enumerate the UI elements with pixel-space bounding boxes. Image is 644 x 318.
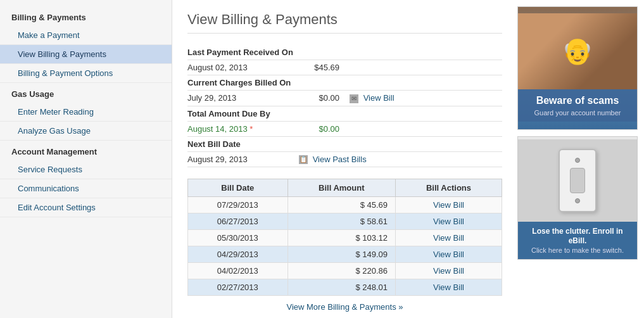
table-row: 02/27/2013 $ 248.01 View Bill: [188, 279, 502, 296]
bill-action-1[interactable]: View Bill: [396, 197, 502, 213]
last-payment-amount: $45.69: [289, 63, 339, 72]
billing-row-total-due-value: August 14, 2013 * $0.00: [187, 122, 502, 137]
billing-info-section: Last Payment Received On August 02, 2013…: [187, 45, 502, 167]
last-payment-date: August 02, 2013: [187, 63, 289, 72]
switch-image: [518, 139, 637, 222]
current-charges-date: July 29, 2013: [187, 93, 289, 103]
ebill-promo-box[interactable]: Lose the clutter. Enroll in eBill. Click…: [517, 136, 638, 260]
table-header-date: Bill Date: [188, 179, 288, 197]
billing-row-next-bill-value: August 29, 2013 📋 View Past Bills: [187, 152, 502, 168]
view-more-anchor[interactable]: View More Billing & Payments »: [286, 302, 403, 312]
sidebar-item-service-requests[interactable]: Service Requests: [0, 160, 172, 179]
bill-amount-2: $ 58.61: [287, 213, 395, 230]
sidebar-section-account: Account Management: [0, 141, 172, 160]
table-row: 04/29/2013 $ 149.09 View Bill: [188, 246, 502, 263]
total-due-date: August 14, 2013 *: [187, 124, 289, 134]
billing-row-current-charges-label: Current Charges Billed On: [187, 75, 502, 91]
bill-action-4[interactable]: View Bill: [396, 246, 502, 263]
billing-row-last-payment: Last Payment Received On: [187, 45, 502, 60]
bill-date-5: 04/02/2013: [188, 263, 288, 279]
sidebar-section-gas: Gas Usage: [0, 83, 172, 103]
view-bill-link-2[interactable]: View Bill: [433, 217, 464, 226]
table-header-actions: Bill Actions: [396, 179, 502, 197]
table-row: 07/29/2013 $ 45.69 View Bill: [188, 197, 502, 213]
billing-row-total-due-label: Total Amount Due By: [187, 106, 502, 122]
page-wrapper: Billing & Payments Make a Payment View B…: [0, 0, 644, 318]
scam-promo-main-text: Beware of scams: [524, 94, 631, 106]
sidebar-item-meter-reading[interactable]: Enter Meter Reading: [0, 103, 172, 122]
next-bill-label: Next Bill Date: [187, 139, 352, 149]
switch-plate: [559, 149, 597, 212]
total-due-amount: $0.00: [289, 124, 339, 134]
billing-row-next-bill-label: Next Bill Date: [187, 137, 502, 152]
current-charges-amount: $0.00: [289, 93, 339, 103]
bill-date-1: 07/29/2013: [188, 197, 288, 213]
bill-amount-1: $ 45.69: [287, 197, 395, 213]
sidebar-section-billing: Billing & Payments: [0, 6, 172, 26]
page-title: View Billing & Payments: [187, 11, 502, 34]
last-payment-label: Last Payment Received On: [187, 48, 352, 57]
table-header-amount: Bill Amount: [287, 179, 395, 197]
ebill-promo-sub-text: Click here to make the switch.: [524, 246, 631, 254]
bill-date-3: 05/30/2013: [188, 230, 288, 246]
bill-action-3[interactable]: View Bill: [396, 230, 502, 246]
next-bill-date: August 29, 2013: [187, 155, 289, 164]
sidebar-item-billing-options[interactable]: Billing & Payment Options: [0, 64, 172, 83]
scam-promo-sub-text: Guard your account number: [524, 109, 631, 117]
bill-date-6: 02/27/2013: [188, 279, 288, 296]
ebill-promo-main-text: Lose the clutter. Enroll in eBill.: [524, 227, 631, 245]
scam-promo-text-block: Beware of scams Guard your account numbe…: [518, 89, 637, 122]
view-bill-link-3[interactable]: View Bill: [433, 233, 464, 243]
table-row: 04/02/2013 $ 220.86 View Bill: [188, 263, 502, 279]
view-bill-icon: ✉: [350, 94, 358, 103]
view-more-link[interactable]: View More Billing & Payments »: [187, 302, 502, 312]
sidebar-item-analyze-gas[interactable]: Analyze Gas Usage: [0, 122, 172, 141]
sidebar-item-view-billing[interactable]: View Billing & Payments: [0, 45, 172, 64]
scam-promo-box[interactable]: 👴 Beware of scams Guard your account num…: [517, 6, 638, 130]
bill-action-6[interactable]: View Bill: [396, 279, 502, 296]
bill-amount-3: $ 103.12: [287, 230, 395, 246]
view-bill-link-4[interactable]: View Bill: [433, 250, 464, 259]
total-due-label: Total Amount Due By: [187, 109, 352, 118]
switch-screw-top: [575, 158, 580, 163]
billing-table: Bill Date Bill Amount Bill Actions 07/29…: [187, 179, 502, 296]
bill-amount-4: $ 149.09: [287, 246, 395, 263]
view-bill-link-6[interactable]: View Bill: [433, 283, 464, 292]
bill-amount-5: $ 220.86: [287, 263, 395, 279]
right-panel: 👴 Beware of scams Guard your account num…: [517, 0, 644, 318]
view-past-bills-action[interactable]: 📋 View Past Bills: [299, 155, 367, 165]
billing-row-current-charges-value: July 29, 2013 $0.00 ✉ View Bill: [187, 91, 502, 106]
main-content: View Billing & Payments Last Payment Rec…: [172, 0, 517, 318]
view-bill-action-current[interactable]: ✉ View Bill: [350, 93, 395, 103]
table-row: 06/27/2013 $ 58.61 View Bill: [188, 213, 502, 230]
bill-amount-6: $ 248.01: [287, 279, 395, 296]
scam-face-image: 👴: [518, 13, 637, 89]
view-bill-link-5[interactable]: View Bill: [433, 266, 464, 276]
asterisk: *: [249, 124, 253, 134]
switch-screw-bottom: [575, 198, 580, 203]
current-charges-label: Current Charges Billed On: [187, 78, 352, 87]
past-bills-icon: 📋: [299, 155, 308, 164]
sidebar-item-edit-account[interactable]: Edit Account Settings: [0, 198, 172, 217]
view-past-bills-link[interactable]: View Past Bills: [313, 155, 367, 164]
view-bill-link-1[interactable]: View Bill: [433, 200, 464, 210]
table-row: 05/30/2013 $ 103.12 View Bill: [188, 230, 502, 246]
bill-action-5[interactable]: View Bill: [396, 263, 502, 279]
sidebar-item-make-payment[interactable]: Make a Payment: [0, 26, 172, 45]
bill-date-2: 06/27/2013: [188, 213, 288, 230]
ebill-promo-text-block: Lose the clutter. Enroll in eBill. Click…: [518, 222, 637, 259]
bill-date-4: 04/29/2013: [188, 246, 288, 263]
sidebar-item-communications[interactable]: Communications: [0, 179, 172, 198]
sidebar: Billing & Payments Make a Payment View B…: [0, 0, 172, 318]
bill-action-2[interactable]: View Bill: [396, 213, 502, 230]
view-bill-link-current[interactable]: View Bill: [363, 93, 395, 103]
billing-row-last-payment-value: August 02, 2013 $45.69: [187, 60, 502, 75]
switch-toggle: [570, 168, 585, 193]
